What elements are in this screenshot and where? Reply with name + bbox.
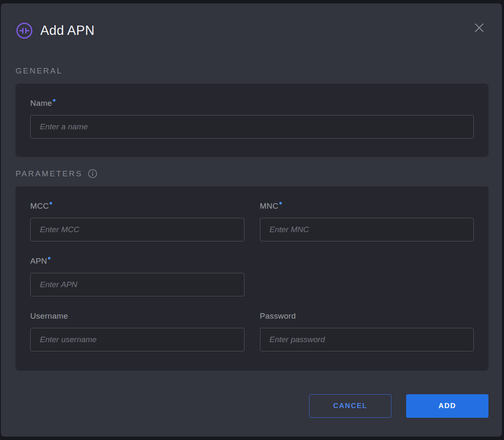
apn-label: APN bbox=[30, 257, 47, 265]
required-dot bbox=[48, 257, 50, 259]
parameters-panel: MCC MNC APN Username bbox=[16, 186, 488, 371]
apn-label-row: APN bbox=[30, 257, 244, 266]
add-apn-modal: Add APN GENERAL Name PARAMETERS bbox=[1, 3, 502, 437]
mnc-label-row: MNC bbox=[260, 202, 474, 211]
name-label-row: Name bbox=[30, 99, 474, 108]
apn-field: APN bbox=[30, 257, 244, 296]
mcc-field: MCC bbox=[30, 202, 244, 241]
mcc-label-row: MCC bbox=[30, 202, 244, 211]
cancel-button[interactable]: CANCEL bbox=[309, 394, 391, 418]
required-dot bbox=[53, 99, 55, 102]
mnc-input[interactable] bbox=[260, 218, 474, 241]
modal-footer: CANCEL ADD bbox=[16, 394, 488, 418]
required-dot bbox=[279, 202, 282, 204]
grid-spacer bbox=[260, 257, 474, 296]
apn-icon bbox=[16, 22, 33, 39]
password-label-row: Password bbox=[260, 312, 474, 321]
password-input[interactable] bbox=[260, 328, 474, 351]
username-label: Username bbox=[30, 312, 68, 320]
section-parameters-label: PARAMETERS bbox=[16, 169, 83, 178]
required-dot bbox=[50, 202, 52, 204]
name-field: Name bbox=[30, 99, 474, 139]
mnc-field: MNC bbox=[260, 202, 474, 241]
info-icon[interactable] bbox=[88, 169, 97, 178]
section-general-header: GENERAL bbox=[16, 66, 488, 76]
section-parameters-header: PARAMETERS bbox=[16, 169, 488, 178]
password-label: Password bbox=[260, 312, 296, 320]
mcc-label: MCC bbox=[30, 202, 49, 210]
apn-input[interactable] bbox=[30, 273, 244, 296]
page-title: Add APN bbox=[40, 23, 94, 38]
general-panel: Name bbox=[16, 84, 488, 157]
close-icon bbox=[472, 21, 486, 34]
mcc-input[interactable] bbox=[30, 218, 244, 241]
close-button[interactable] bbox=[471, 19, 488, 36]
modal-header: Add APN bbox=[16, 22, 488, 39]
mnc-label: MNC bbox=[260, 202, 278, 210]
username-label-row: Username bbox=[30, 312, 244, 321]
add-button[interactable]: ADD bbox=[406, 394, 488, 418]
password-field: Password bbox=[260, 312, 474, 351]
username-input[interactable] bbox=[30, 328, 244, 351]
name-input[interactable] bbox=[30, 115, 474, 139]
username-field: Username bbox=[30, 312, 244, 351]
section-general-label: GENERAL bbox=[16, 66, 63, 76]
name-label: Name bbox=[30, 99, 52, 107]
